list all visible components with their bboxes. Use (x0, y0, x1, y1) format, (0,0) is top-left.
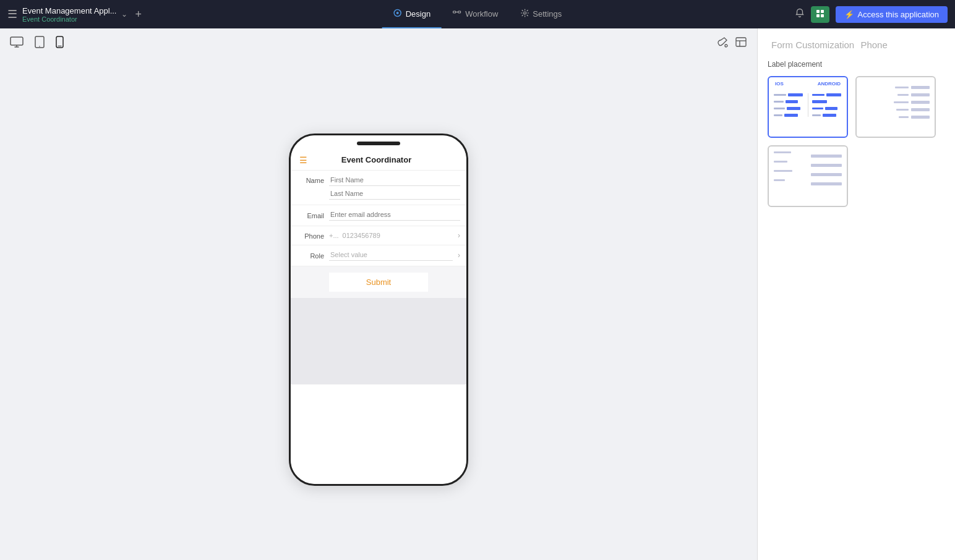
app-title-sub: Event Coordinator (22, 15, 116, 23)
svg-rect-10 (821, 14, 824, 17)
svg-rect-8 (821, 10, 824, 13)
nav-tabs: Design Workflow Settings (382, 0, 573, 28)
android-label: ANDROID (818, 81, 841, 87)
label-option-ios-android[interactable]: IOS ANDROID (768, 76, 848, 138)
tab-design[interactable]: Design (382, 0, 442, 28)
svg-rect-2 (453, 11, 456, 13)
topnav-left: ☰ Event Management Appl... Event Coordin… (7, 6, 142, 23)
svg-point-15 (39, 46, 40, 47)
paint-bucket-icon[interactable] (716, 36, 729, 51)
svg-rect-11 (11, 37, 23, 45)
app-title-group: Event Management Appl... Event Coordinat… (22, 6, 116, 23)
phone-hamburger-icon: ☰ (299, 155, 307, 165)
phone-screen: ☰ Event Coordinator Name (291, 135, 466, 484)
phone-notch (357, 142, 400, 145)
device-icons (10, 36, 64, 51)
label-placement-label: Label placement (768, 60, 945, 69)
phone-bottom-area (291, 298, 466, 384)
table-icon[interactable] (735, 36, 747, 51)
label-option-right[interactable] (855, 76, 936, 138)
phone-preview-wrapper: ☰ Event Coordinator Name (0, 59, 757, 560)
email-input[interactable] (329, 210, 460, 221)
phone-chevron-right-icon: › (458, 231, 460, 240)
access-btn-label: Access this application (857, 10, 939, 19)
workflow-tab-icon (453, 9, 461, 19)
app-title-main: Event Management Appl... (22, 6, 116, 15)
role-chevron-right-icon: › (458, 251, 460, 260)
form-label-email: Email (297, 211, 324, 219)
label-option-top[interactable] (768, 145, 848, 207)
panel-title: Form Customization Phone (768, 40, 945, 50)
topnav: ☰ Event Management Appl... Event Coordin… (0, 0, 955, 28)
canvas-area: ☰ Event Coordinator Name (0, 28, 757, 560)
svg-point-18 (725, 45, 727, 47)
phone-app-header: ☰ Event Coordinator (291, 135, 466, 171)
first-name-input[interactable] (329, 176, 460, 186)
ios-label: IOS (775, 81, 784, 87)
panel-subtitle-text: Phone (860, 40, 887, 50)
add-app-icon[interactable]: + (135, 8, 142, 21)
form-label-name: Name (297, 176, 324, 184)
tab-workflow-label: Workflow (465, 9, 498, 19)
phone-number: 0123456789 (343, 232, 380, 239)
form-row-phone: Phone +... 0123456789 › (291, 226, 466, 245)
tab-settings[interactable]: Settings (509, 0, 573, 28)
chevron-down-icon[interactable]: ⌄ (121, 10, 127, 19)
svg-rect-19 (736, 38, 746, 46)
label-placement-options: IOS ANDROID (768, 76, 945, 207)
right-panel: Form Customization Phone Label placement… (757, 28, 955, 560)
form-label-role: Role (297, 251, 324, 260)
phone-app-title: Event Coordinator (307, 155, 445, 164)
access-btn-icon: ⚡ (844, 10, 854, 19)
form-row-role: Role Select value › (291, 245, 466, 266)
bell-icon[interactable] (795, 8, 805, 20)
phone-submit-area: Submit (291, 266, 466, 298)
svg-rect-9 (816, 14, 820, 17)
svg-rect-3 (458, 11, 461, 13)
svg-point-6 (523, 12, 526, 14)
last-name-input[interactable] (329, 189, 460, 200)
tab-design-label: Design (406, 9, 430, 19)
settings-tab-icon (520, 9, 529, 19)
svg-point-1 (396, 12, 399, 14)
phone-input-group: +... 0123456789 (329, 232, 453, 239)
svg-rect-7 (816, 10, 820, 13)
form-row-name: Name (291, 171, 466, 205)
form-label-phone: Phone (297, 231, 324, 240)
tablet-icon[interactable] (35, 36, 45, 51)
phone-prefix: +... (329, 232, 339, 239)
role-select[interactable]: Select value (329, 250, 453, 261)
main-layout: ☰ Event Coordinator Name (0, 28, 955, 560)
topnav-right: ⚡ Access this application (795, 6, 948, 23)
tab-workflow[interactable]: Workflow (442, 0, 509, 28)
panel-title-text: Form Customization (771, 40, 854, 50)
form-inputs-name (329, 176, 460, 200)
desktop-icon[interactable] (10, 36, 24, 51)
submit-button[interactable]: Submit (329, 273, 428, 292)
phone-form: Name Email Phon (291, 171, 466, 298)
form-row-email: Email (291, 205, 466, 226)
svg-point-5 (456, 11, 458, 12)
design-tab-icon (393, 9, 402, 19)
access-application-button[interactable]: ⚡ Access this application (836, 6, 948, 23)
phone-frame: ☰ Event Coordinator Name (289, 134, 468, 486)
toolbar-right (716, 36, 747, 51)
mobile-icon[interactable] (56, 36, 64, 51)
grid-button[interactable] (811, 6, 829, 23)
tab-settings-label: Settings (533, 9, 562, 19)
device-toolbar (0, 28, 757, 59)
menu-icon[interactable]: ☰ (7, 7, 17, 21)
